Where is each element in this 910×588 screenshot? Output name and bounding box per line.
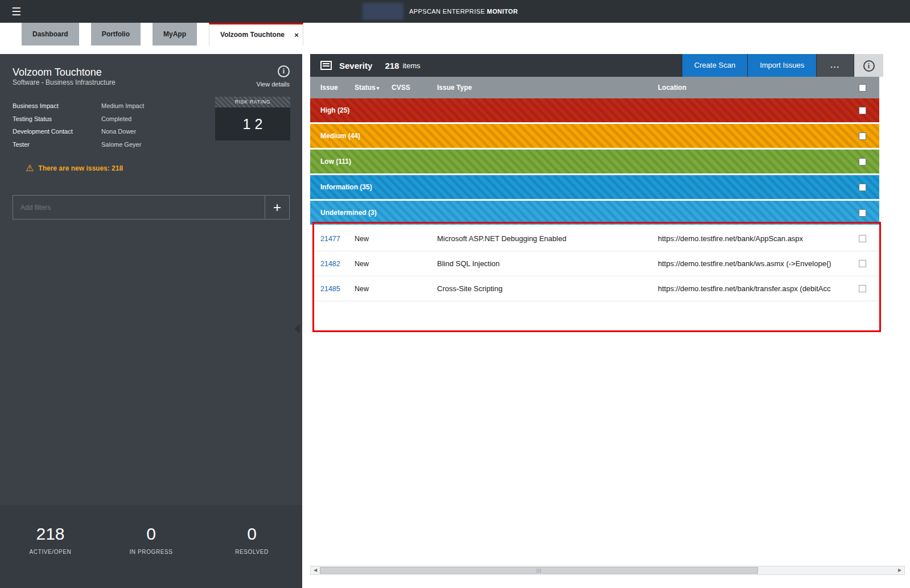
app-title-regular: APPSCAN ENTERPRISE xyxy=(409,8,485,15)
tab-portfolio[interactable]: Portfolio xyxy=(91,23,141,45)
row-checkbox[interactable] xyxy=(859,235,866,242)
group-label: Medium (44) xyxy=(320,132,859,140)
field-tester: Tester Salome Geyer xyxy=(13,138,200,151)
group-label: Low (111) xyxy=(320,158,859,165)
tab-myapp[interactable]: MyApp xyxy=(153,23,197,45)
issue-location: https://demo.testfire.net/bank/ws.asmx (… xyxy=(658,259,859,268)
add-filters-bar: + xyxy=(13,195,290,220)
group-checkbox[interactable] xyxy=(859,132,866,140)
group-checkbox[interactable] xyxy=(859,209,866,217)
group-checkbox[interactable] xyxy=(859,158,866,165)
warning-text: There are new issues: 218 xyxy=(38,164,123,172)
field-label: Development Contact xyxy=(13,128,101,135)
app-title-bold: MONITOR xyxy=(487,8,518,15)
tab-bar: Dashboard Portfolio MyApp Volzoom Toucht… xyxy=(0,23,910,54)
import-issues-button[interactable]: Import Issues xyxy=(747,54,816,77)
top-bar: ☰ APPSCAN ENTERPRISE MONITOR xyxy=(0,0,910,23)
stat-resolved: 0 RESOLVED xyxy=(201,524,302,588)
risk-rating-value: 1 2 xyxy=(215,107,290,140)
issue-id-link[interactable]: 21485 xyxy=(320,285,355,293)
application-title: Volzoom Touchtone xyxy=(13,67,102,78)
info-icon: i xyxy=(863,60,875,72)
severity-group-information[interactable]: Information (35) xyxy=(310,175,879,199)
tab-dashboard[interactable]: Dashboard xyxy=(22,23,79,45)
stat-label: IN PROGRESS xyxy=(101,549,201,555)
view-details-link[interactable]: View details xyxy=(257,81,290,88)
issue-location: https://demo.testfire.net/bank/AppScan.a… xyxy=(658,234,859,243)
severity-group-high[interactable]: High (25) xyxy=(310,98,879,122)
app-title: APPSCAN ENTERPRISE MONITOR xyxy=(409,8,518,15)
group-checkbox[interactable] xyxy=(859,184,866,191)
severity-group-medium[interactable]: Medium (44) xyxy=(310,124,879,148)
issues-header: Severity 218 items Create Scan Import Is… xyxy=(310,54,883,77)
group-label: Information (35) xyxy=(320,183,859,191)
stat-label: ACTIVE/OPEN xyxy=(0,549,101,555)
column-issue-type[interactable]: Issue Type xyxy=(437,84,658,92)
group-label: Undetermined (3) xyxy=(320,209,859,217)
column-cvss[interactable]: CVSS xyxy=(392,84,437,92)
info-icon[interactable]: i xyxy=(278,65,290,77)
close-tab-icon[interactable]: × xyxy=(294,25,299,45)
hamburger-menu-icon[interactable]: ☰ xyxy=(11,5,21,18)
severity-group-low[interactable]: Low (111) xyxy=(310,150,879,173)
stat-value: 0 xyxy=(201,524,302,544)
severity-group-undetermined[interactable]: Undetermined (3) xyxy=(310,201,879,225)
stat-value: 218 xyxy=(0,524,101,544)
issues-table: Issue Status▾ CVSS Issue Type Location H… xyxy=(310,77,879,301)
issue-type: Cross-Site Scripting xyxy=(437,284,658,293)
stat-in-progress: 0 IN PROGRESS xyxy=(101,524,201,588)
scroll-right-icon[interactable]: ▶ xyxy=(895,566,904,574)
application-panel: Volzoom Touchtone Software - Business In… xyxy=(0,54,302,588)
field-label: Testing Status xyxy=(13,115,101,122)
add-filters-input[interactable] xyxy=(13,196,265,219)
row-checkbox[interactable] xyxy=(859,285,866,292)
column-issue[interactable]: Issue xyxy=(320,84,355,92)
table-column-header: Issue Status▾ CVSS Issue Type Location xyxy=(310,77,879,98)
issue-location: https://demo.testfire.net/bank/transfer.… xyxy=(658,284,859,293)
field-label: Tester xyxy=(13,141,101,148)
collapse-panel-icon[interactable] xyxy=(294,324,300,333)
scrollbar-track[interactable]: ||| xyxy=(320,566,895,574)
group-checkbox[interactable] xyxy=(859,107,866,114)
add-filter-button[interactable]: + xyxy=(265,196,289,219)
field-value: Completed xyxy=(101,115,131,122)
field-testing-status: Testing Status Completed xyxy=(13,113,200,126)
stat-active-open: 218 ACTIVE/OPEN xyxy=(0,524,101,588)
issue-id-link[interactable]: 21477 xyxy=(320,235,355,243)
stat-label: RESOLVED xyxy=(201,549,302,555)
field-value: Salome Geyer xyxy=(101,141,141,148)
stat-value: 0 xyxy=(101,524,201,544)
brand-logo xyxy=(363,3,403,20)
column-location[interactable]: Location xyxy=(658,84,859,92)
severity-view-title: Severity xyxy=(339,61,372,71)
scrollbar-thumb[interactable]: ||| xyxy=(320,567,758,574)
issue-row[interactable]: 21482 New Blind SQL Injection https://de… xyxy=(310,251,879,276)
application-fields: Business Impact Medium Impact Testing St… xyxy=(13,100,200,151)
sort-desc-icon: ▾ xyxy=(377,85,380,91)
tab-volzoom-touchtone[interactable]: Volzoom Touchtone × xyxy=(209,23,303,45)
scroll-left-icon[interactable]: ◀ xyxy=(311,566,320,574)
issue-id-link[interactable]: 21482 xyxy=(320,260,355,268)
issues-panel: Severity 218 items Create Scan Import Is… xyxy=(310,54,905,576)
create-scan-button[interactable]: Create Scan xyxy=(682,54,747,77)
field-development-contact: Development Contact Nona Dower xyxy=(13,125,200,138)
table-view-icon[interactable] xyxy=(320,61,332,70)
risk-rating-box: RISK RATING 1 2 xyxy=(215,97,290,140)
issue-row[interactable]: 21477 New Microsoft ASP.NET Debugging En… xyxy=(310,226,879,251)
application-subtitle: Software - Business Infrastructure xyxy=(13,78,116,86)
select-all-checkbox[interactable] xyxy=(859,84,866,92)
field-value: Nona Dower xyxy=(101,128,136,135)
row-checkbox[interactable] xyxy=(859,260,866,267)
column-status[interactable]: Status▾ xyxy=(355,84,392,92)
issue-type: Blind SQL Injection xyxy=(437,259,658,268)
issue-stats-footer: 218 ACTIVE/OPEN 0 IN PROGRESS 0 RESOLVED xyxy=(0,505,302,588)
more-actions-button[interactable]: ... xyxy=(816,54,854,77)
group-label: High (25) xyxy=(320,106,859,114)
issue-row[interactable]: 21485 New Cross-Site Scripting https://d… xyxy=(310,276,879,301)
risk-rating-label: RISK RATING xyxy=(215,97,290,107)
panel-info-button[interactable]: i xyxy=(854,54,883,77)
field-value: Medium Impact xyxy=(101,102,144,109)
horizontal-scrollbar[interactable]: ◀ ||| ▶ xyxy=(310,566,905,575)
items-count: 218 xyxy=(385,61,399,71)
tab-label: Volzoom Touchtone xyxy=(220,31,285,39)
